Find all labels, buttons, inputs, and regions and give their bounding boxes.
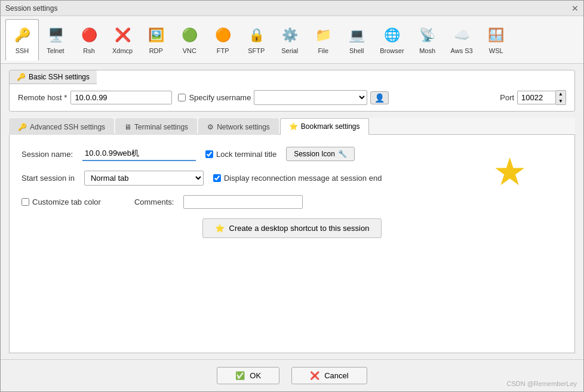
cancel-label: Cancel — [324, 371, 348, 380]
ftp-icon: 🟠 — [213, 26, 232, 45]
terminal-tab-label: Terminal settings — [134, 123, 188, 131]
session-icon-button[interactable]: Session Icon 🔧 — [286, 147, 355, 161]
content-panel: Session name: Lock terminal title Sessio… — [9, 135, 575, 353]
ok-label: OK — [250, 371, 261, 380]
display-reconnect-checkbox[interactable] — [213, 174, 221, 182]
basic-ssh-tab[interactable]: 🔑 Basic SSH settings — [10, 70, 97, 84]
basic-ssh-icon: 🔑 — [17, 73, 26, 81]
browser-label: Browser — [380, 47, 404, 54]
tabs-bar: 🔑Advanced SSH settings🖥Terminal settings… — [9, 118, 575, 135]
tab-advanced-ssh[interactable]: 🔑Advanced SSH settings — [9, 118, 114, 135]
lock-terminal-label: Lock terminal title — [216, 150, 276, 159]
mosh-icon: 📡 — [418, 26, 437, 45]
close-button[interactable]: ✕ — [571, 4, 579, 13]
port-input[interactable] — [517, 91, 556, 104]
network-tab-label: Network settings — [217, 123, 270, 131]
session-name-row: Session name: Lock terminal title Sessio… — [21, 147, 563, 161]
session-settings-window: Session settings ✕ 🔑SSH🖥️Telnet🔴Rsh❌Xdmc… — [0, 0, 584, 392]
specify-username-checkbox[interactable] — [178, 94, 186, 101]
lock-terminal-checkbox[interactable] — [205, 150, 213, 158]
telnet-label: Telnet — [47, 47, 64, 54]
tab-network[interactable]: ⚙Network settings — [198, 118, 279, 135]
lock-terminal-group: Lock terminal title — [205, 150, 276, 159]
start-session-dropdown[interactable]: Normal tab New window Tab group — [84, 171, 204, 186]
tab-terminal[interactable]: 🖥Terminal settings — [115, 118, 197, 135]
port-up-btn[interactable]: ▲ — [556, 91, 565, 98]
sftp-label: SFTP — [248, 47, 265, 54]
watermark: CSDN @RememberLey — [506, 380, 577, 387]
customize-row: Customize tab color Comments: — [21, 195, 563, 209]
awss3-icon: ☁️ — [452, 26, 471, 45]
file-label: File — [318, 47, 328, 54]
serial-label: Serial — [281, 47, 298, 54]
protocol-rdp[interactable]: 🖼️RDP — [139, 19, 173, 61]
bookmark-tab-icon: ⭐ — [289, 122, 298, 131]
rsh-label: Rsh — [83, 47, 95, 54]
cancel-icon: ❌ — [310, 371, 319, 380]
basic-settings-body: Remote host * Specify username 👤 Port — [10, 84, 574, 111]
vnc-icon: 🟢 — [180, 26, 199, 45]
terminal-tab-icon: 🖥 — [124, 123, 131, 131]
port-down-btn[interactable]: ▼ — [556, 98, 565, 105]
remote-host-input[interactable] — [70, 91, 172, 104]
protocol-telnet[interactable]: 🖥️Telnet — [39, 19, 72, 61]
port-spinner: ▲ ▼ — [517, 90, 566, 105]
title-bar: Session settings ✕ — [1, 1, 583, 16]
protocol-mosh[interactable]: 📡Mosh — [411, 19, 444, 61]
display-reconnect-group: Display reconnection message at session … — [213, 174, 382, 183]
customize-tab-checkbox[interactable] — [21, 198, 29, 206]
start-session-label: Start session in — [21, 174, 75, 183]
ssh-label: SSH — [16, 47, 29, 54]
session-name-label: Session name: — [21, 150, 73, 159]
ssh-icon: 🔑 — [13, 26, 32, 45]
serial-icon: ⚙️ — [280, 26, 299, 45]
ok-icon: ✅ — [235, 371, 245, 380]
comments-label: Comments: — [134, 197, 174, 206]
rsh-icon: 🔴 — [79, 26, 99, 45]
protocol-ftp[interactable]: 🟠FTP — [206, 19, 239, 61]
protocol-serial[interactable]: ⚙️Serial — [273, 19, 306, 61]
telnet-icon: 🖥️ — [46, 26, 65, 45]
tab-bookmark[interactable]: ⭐Bookmark settings — [280, 118, 369, 135]
ok-button[interactable]: ✅ OK — [217, 367, 279, 384]
rdp-icon: 🖼️ — [146, 26, 165, 45]
xdmcp-label: Xdmcp — [112, 47, 133, 54]
specify-username-label: Specify username — [189, 93, 251, 102]
protocol-browser[interactable]: 🌐Browser — [373, 19, 410, 61]
display-reconnect-label: Display reconnection message at session … — [224, 174, 382, 183]
shortcut-row: ⭐ Create a desktop shortcut to this sess… — [21, 218, 563, 238]
person-button[interactable]: 👤 — [370, 91, 389, 104]
session-name-input[interactable] — [82, 147, 196, 161]
shortcut-label: Create a desktop shortcut to this sessio… — [229, 224, 370, 233]
protocol-file[interactable]: 📁File — [306, 19, 340, 61]
cancel-button[interactable]: ❌ Cancel — [291, 367, 367, 384]
star-decoration: ★ — [493, 153, 527, 191]
protocol-vnc[interactable]: 🟢VNC — [173, 19, 206, 61]
customize-tab-group: Customize tab color — [21, 197, 101, 206]
main-content: 🔑 Basic SSH settings Remote host * Speci… — [1, 64, 583, 359]
advanced-ssh-tab-label: Advanced SSH settings — [30, 123, 105, 131]
advanced-ssh-tab-icon: 🔑 — [18, 123, 27, 131]
comments-input[interactable] — [183, 195, 303, 209]
shell-label: Shell — [349, 47, 364, 54]
protocol-wsl[interactable]: 🪟WSL — [480, 19, 513, 61]
file-icon: 📁 — [313, 26, 333, 45]
protocol-awss3[interactable]: ☁️Aws S3 — [444, 19, 480, 61]
protocol-ssh[interactable]: 🔑SSH — [5, 19, 39, 61]
username-dropdown[interactable] — [254, 90, 367, 105]
browser-icon: 🌐 — [382, 26, 401, 45]
ftp-label: FTP — [217, 47, 229, 54]
protocol-sftp[interactable]: 🔒SFTP — [239, 19, 273, 61]
awss3-label: Aws S3 — [451, 47, 473, 54]
customize-tab-label: Customize tab color — [32, 197, 101, 206]
vnc-label: VNC — [183, 47, 196, 54]
xdmcp-icon: ❌ — [113, 26, 132, 45]
protocol-xdmcp[interactable]: ❌Xdmcp — [106, 19, 139, 61]
protocol-shell[interactable]: 💻Shell — [340, 19, 373, 61]
network-tab-icon: ⚙ — [207, 123, 214, 131]
tabs-wrapper: 🔑Advanced SSH settings🖥Terminal settings… — [9, 118, 575, 353]
shell-icon: 💻 — [347, 26, 366, 45]
protocol-rsh[interactable]: 🔴Rsh — [72, 19, 106, 61]
shortcut-button[interactable]: ⭐ Create a desktop shortcut to this sess… — [202, 218, 382, 238]
protocol-bar: 🔑SSH🖥️Telnet🔴Rsh❌Xdmcp🖼️RDP🟢VNC🟠FTP🔒SFTP… — [1, 16, 583, 64]
